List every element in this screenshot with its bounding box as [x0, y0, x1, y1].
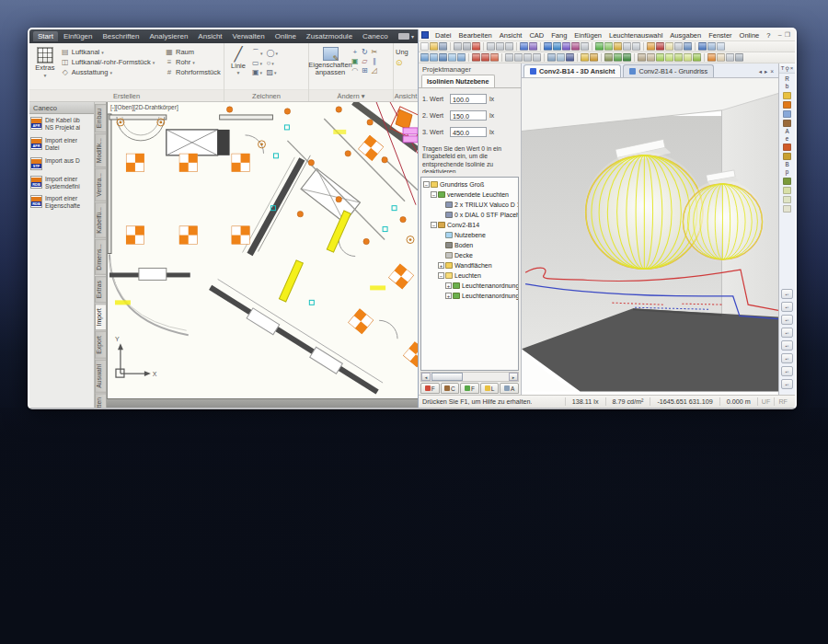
toolbar-button[interactable]: [674, 53, 683, 62]
ribbon-tab-start[interactable]: Start: [33, 31, 58, 41]
toolbar-button[interactable]: [614, 42, 622, 51]
move-tool-button[interactable]: +: [351, 48, 359, 56]
toolbar-button[interactable]: [656, 42, 664, 51]
palette-tab-import[interactable]: Import: [95, 304, 106, 330]
toolbar-button[interactable]: [684, 53, 692, 62]
toolbar-button[interactable]: [520, 42, 528, 51]
toolbar-button[interactable]: [735, 53, 743, 62]
toolbar-button[interactable]: [566, 53, 574, 62]
menu-ausgaben[interactable]: Ausgaben: [666, 31, 705, 40]
ellipse-tool-button[interactable]: ○▾: [266, 59, 277, 67]
toolbar-button[interactable]: [420, 42, 429, 51]
toolbar-button[interactable]: [454, 42, 462, 51]
menu-leuchtenauswahl[interactable]: Leuchtenauswahl: [605, 31, 666, 40]
mirror-tool-button[interactable]: ∥: [371, 57, 378, 65]
palette-tab-export[interactable]: Export: [95, 331, 106, 359]
ribbon-tab-verwalten[interactable]: Verwalten: [228, 31, 270, 41]
ribbon-item-ausstattung[interactable]: ◇Ausstattung▾: [61, 68, 163, 76]
isoline-value-input[interactable]: 450.0: [450, 127, 487, 137]
toolbar-button[interactable]: [590, 53, 598, 62]
tab-nav-button[interactable]: ×: [770, 68, 774, 75]
palette-tab-verdra[interactable]: Verdra...: [95, 168, 106, 201]
panel-tab-l[interactable]: L: [480, 383, 500, 394]
scale-tool-button[interactable]: ◿: [371, 66, 378, 75]
ribbon-tab-einfügen[interactable]: Einfügen: [59, 31, 98, 41]
toolbar-button[interactable]: [665, 53, 673, 62]
quick-access-icon[interactable]: [398, 33, 409, 40]
toolbar-button[interactable]: [533, 53, 541, 62]
status-flag-uf[interactable]: UF: [757, 397, 775, 406]
toolbar-button[interactable]: [430, 53, 438, 62]
toolbar-button[interactable]: [430, 42, 438, 51]
scroll-thumb[interactable]: [431, 373, 463, 381]
toolbar-button[interactable]: [505, 42, 513, 51]
toolbar-button[interactable]: [523, 53, 532, 62]
ribbon-tab-analysieren[interactable]: Analysieren: [145, 31, 193, 41]
ribbon-tab-zusatzmodule[interactable]: Zusatzmodule: [302, 31, 357, 41]
menu-online[interactable]: Online: [736, 31, 764, 40]
toolbar-button[interactable]: [647, 53, 655, 62]
menu-?[interactable]: ?: [763, 31, 774, 40]
panel-tab-a[interactable]: A: [500, 383, 519, 394]
tree-item[interactable]: 0 x DIAL 0 STF Placehol: [423, 210, 518, 220]
cad-command-bar[interactable]: [107, 398, 418, 408]
close-icon[interactable]: ×: [790, 65, 794, 71]
menu-bearbeiten[interactable]: Bearbeiten: [455, 31, 496, 40]
dock-view-button[interactable]: ▪▫: [781, 328, 793, 338]
ribbon-item-luftkanal[interactable]: ▤Luftkanal▾: [61, 48, 163, 56]
copy-tool-button[interactable]: ▣: [351, 57, 359, 65]
dock-view-button[interactable]: ▪▫: [781, 366, 793, 376]
view-tab-conv2-b14-grundriss[interactable]: Conv2-B14 - Grundriss: [623, 64, 714, 77]
isoline-value-input[interactable]: 100.0: [450, 94, 487, 104]
tab-nav-button[interactable]: ▸: [765, 68, 767, 75]
dock-icon[interactable]: [783, 205, 791, 213]
3d-viewport[interactable]: [522, 78, 778, 395]
ribbon-item-rohr[interactable]: ≡Rohr▾: [165, 58, 222, 66]
tree-expander-icon[interactable]: +: [438, 262, 444, 269]
match-properties-button[interactable]: Eigenschaften anpassen: [311, 45, 350, 76]
toolbar-button[interactable]: [717, 53, 725, 62]
circle-tool-button[interactable]: ◯▾: [266, 48, 277, 58]
toolbar-button[interactable]: [557, 53, 565, 62]
dock-view-button[interactable]: ▪▫: [781, 353, 793, 363]
toolbar-button[interactable]: [463, 42, 471, 51]
tree-item[interactable]: +Wandflächen: [423, 260, 518, 270]
menu-cad[interactable]: CAD: [525, 31, 547, 40]
viewport-label[interactable]: [-][Oben][2D-Drahtkörper]: [110, 104, 178, 110]
toolbar-button[interactable]: [726, 53, 734, 62]
toolbar-button[interactable]: [505, 53, 513, 62]
dock-view-button[interactable]: ▪▫: [781, 340, 793, 351]
dock-view-button[interactable]: ▪▫: [781, 315, 793, 325]
menu-datei[interactable]: Datei: [431, 31, 455, 40]
fillet-tool-button[interactable]: ◠: [351, 66, 359, 75]
toolbar-button[interactable]: [547, 53, 556, 62]
lightbulb-icon[interactable]: ⊙: [396, 58, 403, 67]
ribbon-tab-beschriften[interactable]: Beschriften: [98, 31, 144, 41]
dock-icon[interactable]: [783, 178, 791, 185]
dock-icon[interactable]: [783, 110, 791, 118]
toolbar-button[interactable]: [595, 42, 604, 51]
dock-icon[interactable]: [783, 92, 791, 99]
dock-view-button[interactable]: ▪▫: [781, 379, 793, 389]
window-control-button[interactable]: ❐: [785, 31, 790, 39]
rotate-tool-button[interactable]: ↻: [362, 48, 369, 56]
tree-item[interactable]: 2 x TRILUX Valuco D 12: [423, 200, 518, 210]
dock-view-button[interactable]: ▪▫: [781, 289, 793, 299]
ribbon-tab-ansicht[interactable]: Ansicht: [193, 31, 226, 41]
panel-tab-f[interactable]: F: [420, 383, 440, 394]
dock-icon[interactable]: [783, 101, 791, 109]
panel-tab-f[interactable]: F: [460, 383, 479, 394]
palette-tab-modifik[interactable]: Modifik...: [95, 133, 106, 167]
toolbar-button[interactable]: [490, 53, 499, 62]
tree-expander-icon[interactable]: −: [431, 191, 437, 198]
toolbar-button[interactable]: [439, 42, 447, 51]
toolbar-button[interactable]: [665, 42, 673, 51]
tree-expander-icon[interactable]: +: [445, 293, 452, 299]
palette-command-3[interactable]: RDBImport einerSystemdefini: [30, 176, 93, 190]
arc-tool-button[interactable]: ⌒▾: [252, 48, 263, 58]
menu-fang[interactable]: Fang: [547, 31, 570, 40]
palette-tab-kabelf[interactable]: Kabelfü...: [95, 202, 106, 238]
ribbon-item-rohrformst-ck[interactable]: #Rohrformstück▾: [165, 68, 222, 76]
tree-item[interactable]: Boden: [423, 240, 518, 250]
toolbar-button[interactable]: [571, 42, 580, 51]
